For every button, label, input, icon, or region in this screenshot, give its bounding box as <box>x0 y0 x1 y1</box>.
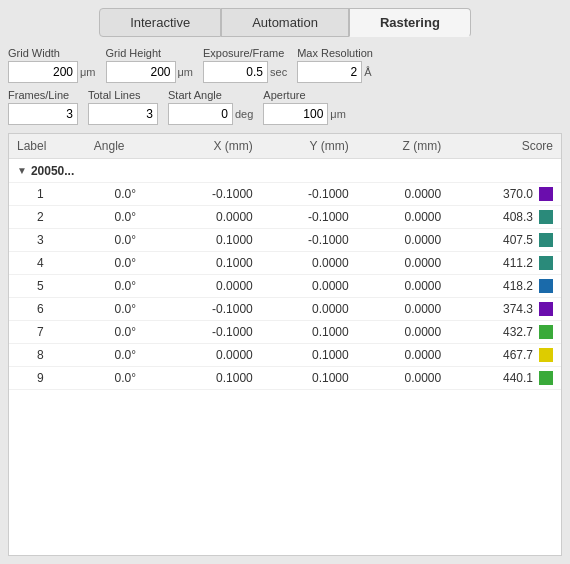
table-row[interactable]: 3 0.0° 0.1000 -0.1000 0.0000 407.5 <box>9 228 561 251</box>
main-container: Interactive Automation Rastering Grid Wi… <box>0 0 570 564</box>
table-row[interactable]: 9 0.0° 0.1000 0.1000 0.0000 440.1 <box>9 366 561 389</box>
group-row[interactable]: ▼ 20050... <box>9 159 561 183</box>
cell-y: 0.0000 <box>261 274 357 297</box>
cell-score: 374.3 <box>449 297 561 320</box>
group-label: 20050... <box>31 164 74 178</box>
cell-angle: 0.0° <box>86 182 165 205</box>
grid-width-unit: μm <box>80 66 96 78</box>
tab-automation[interactable]: Automation <box>221 8 349 37</box>
score-color-swatch <box>539 279 553 293</box>
max-resolution-unit: Å <box>364 66 371 78</box>
col-angle: Angle <box>86 134 165 159</box>
start-angle-unit: deg <box>235 108 253 120</box>
cell-x: -0.1000 <box>165 320 261 343</box>
cell-angle: 0.0° <box>86 366 165 389</box>
score-color-swatch <box>539 348 553 362</box>
tab-interactive[interactable]: Interactive <box>99 8 221 37</box>
col-x: X (mm) <box>165 134 261 159</box>
score-value: 370.0 <box>503 187 533 201</box>
cell-y: -0.1000 <box>261 205 357 228</box>
cell-z: 0.0000 <box>357 297 449 320</box>
cell-x: 0.1000 <box>165 251 261 274</box>
cell-x: -0.1000 <box>165 297 261 320</box>
tab-rastering[interactable]: Rastering <box>349 8 471 37</box>
score-color-swatch <box>539 302 553 316</box>
cell-z: 0.0000 <box>357 320 449 343</box>
cell-label: 7 <box>9 320 86 343</box>
table-row[interactable]: 2 0.0° 0.0000 -0.1000 0.0000 408.3 <box>9 205 561 228</box>
cell-angle: 0.0° <box>86 320 165 343</box>
cell-z: 0.0000 <box>357 274 449 297</box>
score-value: 418.2 <box>503 279 533 293</box>
form-section: Grid Width μm Grid Height μm Exposure/Fr… <box>8 47 562 125</box>
score-value: 408.3 <box>503 210 533 224</box>
score-color-swatch <box>539 187 553 201</box>
cell-label: 2 <box>9 205 86 228</box>
cell-angle: 0.0° <box>86 343 165 366</box>
total-lines-group: Total Lines <box>88 89 158 125</box>
exposure-frame-label: Exposure/Frame <box>203 47 287 59</box>
frames-line-group: Frames/Line <box>8 89 78 125</box>
cell-y: -0.1000 <box>261 228 357 251</box>
cell-angle: 0.0° <box>86 205 165 228</box>
expand-arrow-icon: ▼ <box>17 165 27 176</box>
tab-bar: Interactive Automation Rastering <box>8 8 562 37</box>
data-table-container: Label Angle X (mm) Y (mm) Z (mm) Score ▼… <box>8 133 562 556</box>
frames-line-input[interactable] <box>8 103 78 125</box>
col-score: Score <box>449 134 561 159</box>
cell-label: 1 <box>9 182 86 205</box>
form-row-1: Grid Width μm Grid Height μm Exposure/Fr… <box>8 47 562 83</box>
table-row[interactable]: 1 0.0° -0.1000 -0.1000 0.0000 370.0 <box>9 182 561 205</box>
cell-angle: 0.0° <box>86 297 165 320</box>
table-row[interactable]: 5 0.0° 0.0000 0.0000 0.0000 418.2 <box>9 274 561 297</box>
start-angle-input[interactable] <box>168 103 233 125</box>
group-expand[interactable]: ▼ 20050... <box>17 164 74 178</box>
cell-label: 5 <box>9 274 86 297</box>
table-row[interactable]: 8 0.0° 0.0000 0.1000 0.0000 467.7 <box>9 343 561 366</box>
cell-x: 0.0000 <box>165 205 261 228</box>
cell-y: 0.1000 <box>261 366 357 389</box>
exposure-frame-unit: sec <box>270 66 287 78</box>
grid-height-label: Grid Height <box>106 47 194 59</box>
cell-score: 418.2 <box>449 274 561 297</box>
exposure-frame-group: Exposure/Frame sec <box>203 47 287 83</box>
cell-y: 0.0000 <box>261 297 357 320</box>
cell-angle: 0.0° <box>86 274 165 297</box>
grid-width-input[interactable] <box>8 61 78 83</box>
table-row[interactable]: 4 0.0° 0.1000 0.0000 0.0000 411.2 <box>9 251 561 274</box>
aperture-label: Aperture <box>263 89 346 101</box>
table-row[interactable]: 6 0.0° -0.1000 0.0000 0.0000 374.3 <box>9 297 561 320</box>
aperture-input[interactable] <box>263 103 328 125</box>
cell-y: 0.1000 <box>261 320 357 343</box>
cell-x: 0.1000 <box>165 228 261 251</box>
score-value: 407.5 <box>503 233 533 247</box>
score-color-swatch <box>539 371 553 385</box>
cell-z: 0.0000 <box>357 228 449 251</box>
cell-score: 432.7 <box>449 320 561 343</box>
col-label: Label <box>9 134 86 159</box>
total-lines-input[interactable] <box>88 103 158 125</box>
cell-z: 0.0000 <box>357 205 449 228</box>
exposure-frame-input[interactable] <box>203 61 268 83</box>
grid-height-input[interactable] <box>106 61 176 83</box>
aperture-unit: μm <box>330 108 346 120</box>
score-value: 440.1 <box>503 371 533 385</box>
form-row-2: Frames/Line Total Lines Start Angle deg <box>8 89 562 125</box>
score-value: 374.3 <box>503 302 533 316</box>
cell-score: 407.5 <box>449 228 561 251</box>
cell-y: -0.1000 <box>261 182 357 205</box>
grid-height-unit: μm <box>178 66 194 78</box>
score-color-swatch <box>539 233 553 247</box>
start-angle-label: Start Angle <box>168 89 253 101</box>
cell-label: 6 <box>9 297 86 320</box>
table-header-row: Label Angle X (mm) Y (mm) Z (mm) Score <box>9 134 561 159</box>
table-row[interactable]: 7 0.0° -0.1000 0.1000 0.0000 432.7 <box>9 320 561 343</box>
max-resolution-label: Max Resolution <box>297 47 373 59</box>
score-value: 432.7 <box>503 325 533 339</box>
max-resolution-input[interactable] <box>297 61 362 83</box>
cell-x: 0.1000 <box>165 366 261 389</box>
cell-label: 8 <box>9 343 86 366</box>
cell-x: 0.0000 <box>165 343 261 366</box>
cell-label: 9 <box>9 366 86 389</box>
cell-score: 408.3 <box>449 205 561 228</box>
